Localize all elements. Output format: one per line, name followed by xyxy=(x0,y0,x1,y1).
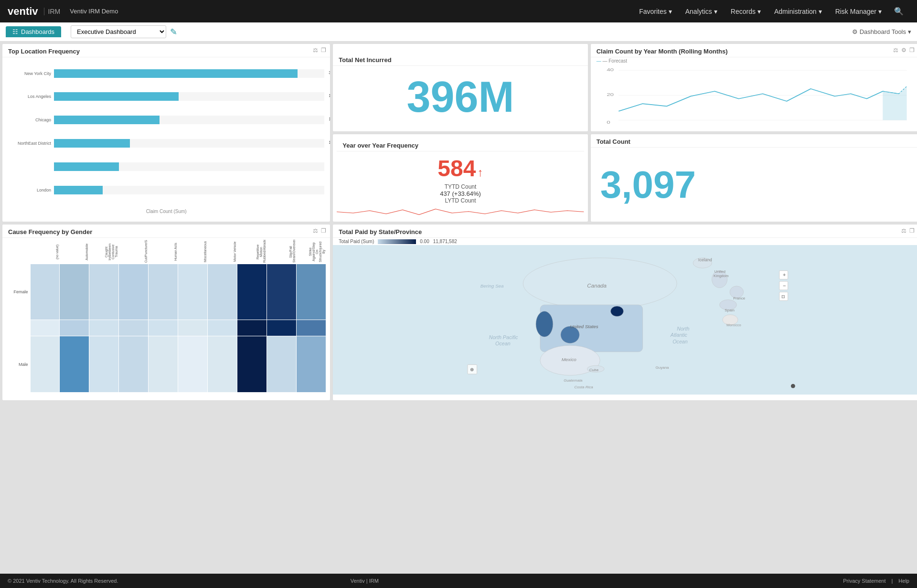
dashboards-tab[interactable]: ☷ Dashboards xyxy=(6,26,61,37)
bar-value: 316 xyxy=(329,70,331,75)
widget-net-incurred: Total Net Incurred 396M xyxy=(332,43,588,132)
logo-ventiv: ventiv xyxy=(8,5,38,18)
bar-value: 137 xyxy=(329,117,331,121)
chevron-down-icon: ▾ xyxy=(908,28,911,35)
svg-text:Kingdom: Kingdom xyxy=(714,274,729,278)
nav-administration[interactable]: Administration ▾ xyxy=(768,0,829,22)
heatmap-col-header: (no value) xyxy=(30,240,60,264)
col3-stack: Claim Count by Year Month (Rolling Month… xyxy=(590,43,917,222)
bar-label: Chicago xyxy=(8,118,51,122)
svg-text:Cuba: Cuba xyxy=(589,368,599,372)
total-count-value: 3,097 xyxy=(600,166,696,204)
svg-text:40: 40 xyxy=(607,68,614,72)
widget-total-count: Total Count 3,097 xyxy=(590,134,917,222)
expand-icon[interactable]: ❐ xyxy=(909,47,915,53)
expand-icon[interactable]: ❐ xyxy=(321,227,326,234)
svg-text:+: + xyxy=(783,272,786,278)
search-icon[interactable]: 🔍 xyxy=(888,7,909,16)
svg-point-12 xyxy=(611,306,624,316)
edit-icon[interactable]: ✎ xyxy=(170,27,177,37)
heatmap-cell xyxy=(237,264,267,320)
heatmap-cell xyxy=(208,264,237,320)
heatmap-cell xyxy=(30,336,60,393)
bar-label: New York City xyxy=(8,71,51,76)
legend-label: Total Paid (Sum) xyxy=(339,239,374,244)
dashboard-tools-button[interactable]: ⚙ Dashboard Tools ▾ xyxy=(852,28,911,35)
heatmap-col-header: Caught In/Between Contusive Trauma xyxy=(89,240,119,264)
svg-text:Guyana: Guyana xyxy=(656,365,670,370)
heatmap-row-label xyxy=(6,320,30,336)
heatmap-cell xyxy=(297,336,326,393)
heatmap-cell xyxy=(89,336,119,393)
nav-favorites[interactable]: Favorites ▾ xyxy=(632,0,679,22)
demo-label: Ventiv IRM Demo xyxy=(70,8,118,15)
nav-records[interactable]: Records ▾ xyxy=(724,0,768,22)
heatmap-cell xyxy=(267,336,297,393)
heatmap-cell xyxy=(297,320,326,336)
svg-text:Spain: Spain xyxy=(725,309,735,313)
settings-icon[interactable]: ⚙ xyxy=(901,47,906,53)
gear-icon: ⚙ xyxy=(852,28,858,35)
map-area: Bering Sea North Pacific Ocean North Atl… xyxy=(333,245,917,395)
svg-text:Atlantic: Atlantic xyxy=(670,332,688,338)
bar-row: London xyxy=(8,186,324,194)
up-arrow-icon: ↑ xyxy=(478,166,483,179)
forecast-label: — — Forecast xyxy=(591,57,917,64)
widget-claim-count-title: Claim Count by Year Month (Rolling Month… xyxy=(591,44,917,57)
yoy-lytd-label: LYTD Count xyxy=(337,197,584,204)
filter-icon[interactable]: ⚖ xyxy=(313,227,318,234)
heatmap-col-header: Miscellaneous xyxy=(178,240,208,264)
heatmap-cell xyxy=(30,320,60,336)
widget-location-icons: ⚖ ❐ xyxy=(313,47,326,53)
svg-point-10 xyxy=(536,311,553,337)
claim-chart-area: 40 20 0 xyxy=(591,64,917,128)
svg-text:North Pacific: North Pacific xyxy=(489,334,518,340)
privacy-link[interactable]: Privacy Statement xyxy=(843,578,885,584)
heatmap-col-header: Automobile xyxy=(60,240,89,264)
nav-risk-manager[interactable]: Risk Manager ▾ xyxy=(829,0,888,22)
map-svg: Bering Sea North Pacific Ocean North Atl… xyxy=(333,245,917,395)
yoy-tytd-value: 584 xyxy=(437,156,476,181)
widget-net-title: Total Net Incurred xyxy=(333,53,587,66)
legend-gradient xyxy=(378,239,416,244)
expand-icon[interactable]: ❐ xyxy=(909,227,915,234)
footer-brand: Ventiv | IRM xyxy=(351,578,379,584)
help-link[interactable]: Help xyxy=(898,578,909,584)
heatmap-row xyxy=(6,320,326,336)
svg-text:20: 20 xyxy=(607,93,614,97)
filter-icon[interactable]: ⚖ xyxy=(313,47,318,53)
filter-icon[interactable]: ⚖ xyxy=(893,47,898,53)
svg-text:Ocean: Ocean xyxy=(673,339,688,344)
widget-map-title: Total Paid by State/Province xyxy=(333,225,917,238)
bar-outer xyxy=(54,186,324,194)
bar-inner xyxy=(54,92,179,101)
bar-row: NorthEast District100 xyxy=(8,139,324,148)
heatmap-cell xyxy=(119,320,149,336)
heatmap-cell xyxy=(89,264,119,320)
widget-claim-icons: ⚖ ⚙ ❐ xyxy=(893,47,915,53)
nav-analytics[interactable]: Analytics ▾ xyxy=(679,0,724,22)
expand-icon[interactable]: ❐ xyxy=(321,47,326,53)
chevron-down-icon: ▾ xyxy=(819,8,822,15)
filter-icon[interactable]: ⚖ xyxy=(901,227,906,234)
bar-inner xyxy=(54,162,119,171)
heatmap-cell xyxy=(178,336,208,393)
heatmap-cell xyxy=(119,336,149,393)
heatmap-cell xyxy=(178,264,208,320)
heatmap-col-header: Motor Vehicle xyxy=(208,240,237,264)
heatmap-cell xyxy=(60,264,89,320)
bar-value: 162 xyxy=(329,93,331,98)
widget-cause-title: Cause Frequency by Gender xyxy=(2,225,330,238)
widget-yoy: Year over Year Frequency 584 ↑ TYTD Coun… xyxy=(332,134,588,222)
map-legend: Total Paid (Sum) 0.00 11,871,582 xyxy=(333,238,917,245)
claim-count-chart: 40 20 0 xyxy=(595,66,915,126)
dashboard-select[interactable]: Executive Dashboard xyxy=(71,25,166,38)
logo: ventiv IRM xyxy=(8,5,60,18)
svg-text:⊡: ⊡ xyxy=(782,294,786,299)
svg-text:−: − xyxy=(783,283,786,289)
heatmap-col-header: Strike Against/Step On Struck/Injured By xyxy=(297,240,326,264)
legend-max: 11,871,582 xyxy=(433,239,457,244)
yoy-sparkline xyxy=(337,206,584,218)
logo-irm: IRM xyxy=(44,8,61,15)
svg-text:United States: United States xyxy=(570,324,598,329)
